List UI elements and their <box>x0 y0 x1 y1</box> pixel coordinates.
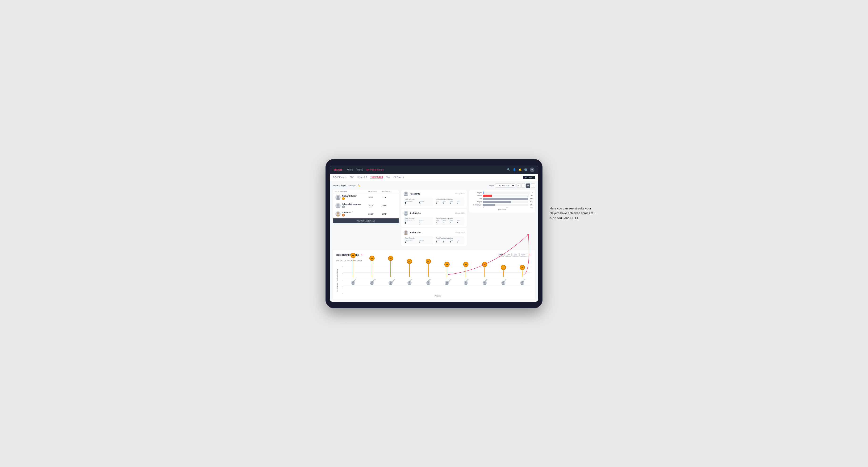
view-icons: ⊞ ☰ ▦ ↕ <box>517 184 535 188</box>
bar-chart-card: Eagles 3 Birdies 96 Pars 499 Bogeys 311 … <box>469 190 535 213</box>
streak-player-col: 3x R. Butler <box>494 256 513 285</box>
player-bottom: B. McHerg <box>368 278 375 285</box>
streak-bubble: 7x <box>350 253 356 258</box>
player-badge-2: 2 <box>342 206 361 208</box>
card-view-btn[interactable]: ▦ <box>526 184 530 188</box>
bell-icon[interactable]: 🔔 <box>519 168 522 171</box>
svg-point-31 <box>521 283 524 285</box>
app-2: APP 0 <box>443 220 450 224</box>
nav-my-performance[interactable]: My Performance <box>366 168 383 171</box>
svg-point-10 <box>405 231 407 233</box>
streak-player-col: 6x D. Billingham <box>381 256 400 285</box>
streak-line: 5x <box>428 262 429 277</box>
nav-teams[interactable]: Teams <box>356 168 363 171</box>
sort-btn[interactable]: ↕ <box>531 184 535 188</box>
player-info-2: Edward Crossman 2 <box>335 203 368 208</box>
practice-rounds-2: Practice 4 <box>419 220 432 224</box>
practice-activities-1: Total Practice Activities OTT 0 APP <box>435 198 464 206</box>
x-label-0: 0 <box>483 207 484 209</box>
player-name-group-2: Edward Crossman 2 <box>342 203 361 208</box>
tournament-rounds-2: Tournament 8 <box>405 220 418 224</box>
practice-rounds-1: Practice 6 <box>419 201 432 205</box>
streak-line: 6x <box>372 259 372 277</box>
lb-header-avg: PB AVG SQ <box>382 191 397 192</box>
lb-avg-3: 103 <box>382 213 397 215</box>
chart-x-title: Total Shots <box>471 209 533 211</box>
arg-2: ARG 0 <box>450 220 456 224</box>
bar-track <box>483 204 528 206</box>
subnav-hcaps[interactable]: Hcaps 1-5 <box>357 176 367 179</box>
bar-value: 3 <box>532 192 533 193</box>
svg-point-19 <box>408 283 411 285</box>
leaderboard-header: PLAYER NAME PB SCORE PB AVG SQ <box>333 190 399 193</box>
streak-line: 4x <box>447 265 447 277</box>
stat-player-name-1: Rees Britt <box>410 193 420 195</box>
arg-1: ARG 0 <box>450 201 456 204</box>
streak-player-col: 3x C. Quick <box>513 256 532 285</box>
player-bottom: R. Britt <box>426 278 430 285</box>
subnav-pga[interactable]: PGA <box>349 176 354 179</box>
streak-bubble: 6x <box>369 256 375 261</box>
svg-point-8 <box>405 212 407 214</box>
svg-point-3 <box>336 206 340 208</box>
subnav-pgat[interactable]: PGAT Players <box>333 176 346 179</box>
view-leaderboard-button[interactable]: View Full Leaderboard <box>333 218 399 223</box>
tournament-rounds-1: Tournament 7 <box>405 201 418 205</box>
stat-avatar-1 <box>404 191 408 196</box>
svg-point-29 <box>502 283 505 285</box>
add-team-button[interactable]: Add Team <box>523 176 535 179</box>
svg-point-27 <box>483 283 486 285</box>
nav-home[interactable]: Home <box>346 168 353 171</box>
lb-header-player: PLAYER NAME <box>335 191 368 192</box>
rounds-label-1: Total Rounds <box>405 198 432 200</box>
stat-avatar-3 <box>404 230 408 235</box>
player-name-3: Cameron... <box>342 211 353 214</box>
streak-player-col: 4x E. Crossman <box>438 256 457 285</box>
bar-fill <box>483 198 528 200</box>
subnav-tour[interactable]: Tour <box>386 176 391 179</box>
streak-line: 6x <box>390 259 391 277</box>
list-view-btn[interactable]: ☰ <box>521 184 526 188</box>
main-content: Team Clippd | 14 Players ✏️ Show Last 3 … <box>330 181 538 302</box>
lb-avg-2: 107 <box>382 205 397 207</box>
y-axis-label: Best Streak, Fairway Accuracy <box>336 264 338 297</box>
player-name-group-1: Richard Butler 1 <box>342 195 356 200</box>
total-rounds-3: Total Rounds Tournament 7 Practice <box>404 236 433 244</box>
streak-bubble: 4x <box>463 262 468 267</box>
lb-score-2: 18/20 <box>368 205 382 207</box>
silver-badge-icon: 2 <box>342 206 345 208</box>
subnav-all-players[interactable]: All Players <box>394 176 404 179</box>
svg-point-21 <box>427 283 430 285</box>
nav-bar: clippd Home Teams My Performance 🔍 👤 🔔 ⚙… <box>330 165 538 174</box>
stat-player-name-2: Josh Coles <box>410 212 421 214</box>
subnav-team-clippd[interactable]: Team Clippd <box>370 176 383 179</box>
player-badge-3: 3 <box>342 214 353 217</box>
bar-value: 131 <box>530 204 533 206</box>
svg-point-11 <box>404 233 408 235</box>
player-name-1: Richard Butler <box>342 195 356 197</box>
streak-player-col: 4x M. Miller <box>475 256 494 285</box>
app-1: APP 0 <box>443 201 450 204</box>
grid-view-btn[interactable]: ⊞ <box>517 184 521 188</box>
stat-date-1: 02 Sep 2023 <box>455 193 465 195</box>
bar-chart: Eagles 3 Birdies 96 Pars 499 Bogeys 311 … <box>471 191 533 206</box>
ott-3: OTT 0 <box>436 239 442 243</box>
edit-icon[interactable]: ✏️ <box>358 184 361 187</box>
table-row: Richard Butler 1 19/20 110 <box>333 193 399 201</box>
avatar[interactable]: U <box>530 167 534 172</box>
stat-grid-2: Total Rounds Tournament 8 Practice <box>404 217 465 225</box>
player-bottom: C. Quick <box>520 278 525 285</box>
player-bottom: E. Ewert <box>350 278 356 285</box>
rounds-values-1: Tournament 7 Practice 6 <box>405 201 432 205</box>
team-count: | 14 Players <box>346 184 356 187</box>
player-name-2: Edward Crossman <box>342 203 361 206</box>
x-label-400: 400 <box>530 207 533 209</box>
person-icon[interactable]: 👤 <box>513 168 516 171</box>
settings-icon[interactable]: ⚙️ <box>524 168 527 171</box>
stat-date-3: 26 Aug 2023 <box>455 231 464 233</box>
y-ticks: 0 2 4 6 8 <box>339 266 344 294</box>
time-filter-select[interactable]: Last 3 months <box>495 184 515 187</box>
practice-activities-3: Total Practice Activities OTT 0 APP <box>435 236 464 244</box>
show-label: Show <box>489 184 494 187</box>
search-icon[interactable]: 🔍 <box>507 168 510 171</box>
